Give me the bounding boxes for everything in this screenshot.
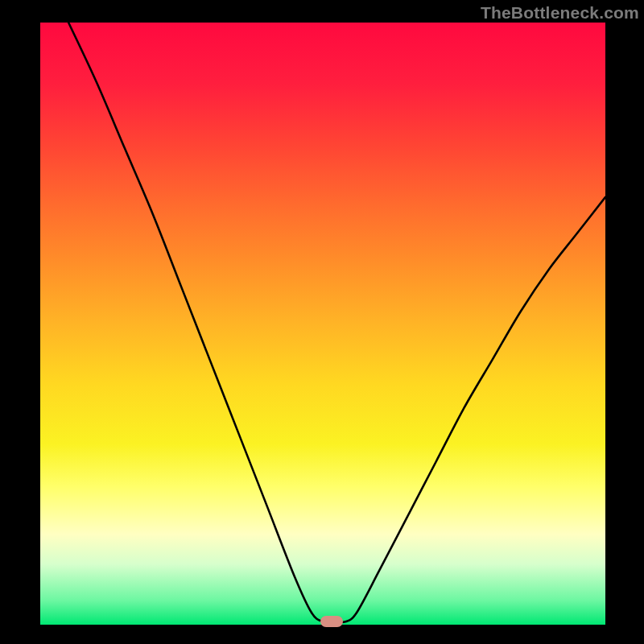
chart-frame: TheBottleneck.com bbox=[0, 0, 644, 644]
plot-area bbox=[40, 23, 605, 625]
watermark-text: TheBottleneck.com bbox=[481, 3, 639, 23]
bottleneck-curve bbox=[40, 23, 605, 625]
minimum-marker bbox=[320, 616, 343, 627]
